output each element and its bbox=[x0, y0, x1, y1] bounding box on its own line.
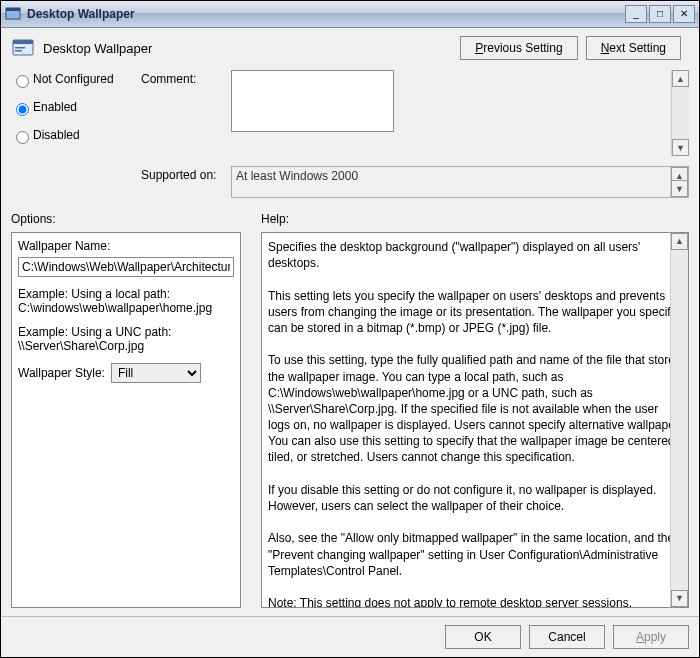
policy-editor-window: Desktop Wallpaper _ □ ✕ Desktop Wallpape… bbox=[0, 0, 700, 658]
cancel-button[interactable]: Cancel bbox=[529, 625, 605, 649]
radio-enabled-input[interactable] bbox=[16, 103, 29, 116]
state-radio-group: Not Configured Enabled Disabled bbox=[11, 70, 141, 156]
supported-on-text: At least Windows 2000 bbox=[236, 169, 358, 183]
example-unc-label: Example: Using a UNC path: bbox=[18, 325, 234, 339]
wallpaper-style-label: Wallpaper Style: bbox=[18, 366, 105, 380]
svg-rect-3 bbox=[13, 40, 33, 44]
help-panel[interactable]: Specifies the desktop background ("wallp… bbox=[261, 232, 689, 608]
apply-button[interactable]: Apply bbox=[613, 625, 689, 649]
wallpaper-name-label: Wallpaper Name: bbox=[18, 239, 234, 253]
window-title: Desktop Wallpaper bbox=[27, 7, 135, 21]
app-icon bbox=[5, 6, 21, 22]
example-unc-value: \\Server\Share\Corp.jpg bbox=[18, 339, 234, 353]
example-local-value: C:\windows\web\wallpaper\home.jpg bbox=[18, 301, 234, 315]
radio-not-configured[interactable]: Not Configured bbox=[11, 72, 141, 88]
next-setting-button[interactable]: Next Setting bbox=[586, 36, 681, 60]
supported-on-box: At least Windows 2000 ▲▼ bbox=[231, 166, 689, 198]
svg-rect-4 bbox=[15, 47, 25, 49]
svg-rect-5 bbox=[15, 50, 22, 52]
options-panel: Wallpaper Name: Example: Using a local p… bbox=[11, 232, 241, 608]
title-bar[interactable]: Desktop Wallpaper _ □ ✕ bbox=[1, 1, 699, 28]
previous-setting-button[interactable]: Previous Setting bbox=[460, 36, 577, 60]
dialog-footer: OK Cancel Apply bbox=[1, 616, 699, 657]
radio-disabled[interactable]: Disabled bbox=[11, 128, 141, 144]
minimize-button[interactable]: _ bbox=[625, 5, 647, 23]
wallpaper-style-select[interactable]: CenterFillFitStretchTile bbox=[111, 363, 201, 383]
page-title: Desktop Wallpaper bbox=[43, 41, 152, 56]
help-header: Help: bbox=[261, 212, 689, 226]
options-header: Options: bbox=[11, 212, 241, 226]
policy-icon bbox=[11, 36, 35, 60]
help-text: Specifies the desktop background ("wallp… bbox=[268, 240, 685, 608]
close-button[interactable]: ✕ bbox=[673, 5, 695, 23]
ok-button[interactable]: OK bbox=[445, 625, 521, 649]
svg-rect-1 bbox=[6, 8, 20, 11]
radio-not-configured-input[interactable] bbox=[16, 75, 29, 88]
example-local-label: Example: Using a local path: bbox=[18, 287, 234, 301]
comment-textarea[interactable] bbox=[231, 70, 394, 132]
radio-enabled[interactable]: Enabled bbox=[11, 100, 141, 116]
supported-label: Supported on: bbox=[141, 166, 231, 198]
maximize-button[interactable]: □ bbox=[649, 5, 671, 23]
wallpaper-name-input[interactable] bbox=[18, 257, 234, 277]
radio-disabled-input[interactable] bbox=[16, 131, 29, 144]
comment-label: Comment: bbox=[141, 70, 231, 156]
